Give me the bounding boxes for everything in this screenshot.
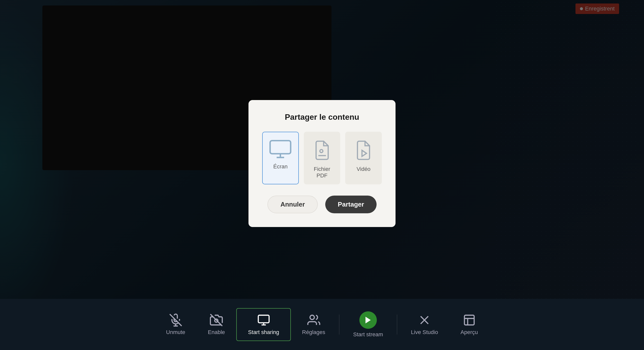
- live-studio-icon: [418, 313, 431, 326]
- modal-dialog: Partager le contenu Écran Fi: [248, 100, 396, 227]
- video-label: Vidéo: [357, 166, 370, 172]
- toolbar-item-enable[interactable]: Enable: [196, 308, 236, 340]
- start-stream-label: Start stream: [353, 331, 383, 338]
- modal-title: Partager le contenu: [262, 113, 382, 122]
- ecran-label: Écran: [274, 163, 288, 170]
- unmute-label: Unmute: [166, 329, 185, 335]
- modal-overlay: Partager le contenu Écran Fi: [0, 0, 644, 327]
- share-button[interactable]: Partager: [325, 196, 376, 213]
- cancel-button[interactable]: Annuler: [268, 196, 318, 213]
- toolbar-divider: [339, 314, 340, 334]
- play-icon: [364, 315, 372, 324]
- screen-share-icon: [257, 313, 270, 326]
- apercu-icon: [463, 313, 476, 326]
- screen-icon: [269, 140, 292, 158]
- svg-rect-13: [258, 315, 269, 322]
- toolbar-item-start-sharing[interactable]: Start sharing: [236, 308, 291, 341]
- option-ecran[interactable]: Écran: [262, 132, 299, 184]
- toolbar-item-unmute[interactable]: Unmute: [155, 308, 196, 340]
- svg-marker-7: [362, 150, 366, 156]
- toolbar-item-live-studio[interactable]: Live Studio: [400, 308, 449, 340]
- svg-point-16: [310, 315, 314, 319]
- pdf-icon: [313, 140, 332, 161]
- toolbar-item-start-stream[interactable]: Start stream: [342, 306, 394, 343]
- modal-buttons: Annuler Partager: [262, 196, 382, 213]
- option-pdf[interactable]: Fichier PDF: [304, 132, 340, 184]
- toolbar-item-reglages[interactable]: Réglages: [291, 308, 336, 340]
- options-row: Écran Fichier PDF Vidéo: [262, 132, 382, 184]
- svg-rect-3: [270, 140, 291, 154]
- pdf-label: Fichier PDF: [308, 166, 336, 179]
- camera-off-icon: [210, 313, 223, 326]
- svg-rect-20: [464, 315, 474, 325]
- video-file-icon: [354, 140, 373, 161]
- svg-marker-17: [365, 316, 370, 323]
- svg-line-11: [210, 314, 222, 326]
- toolbar-item-apercu[interactable]: Aperçu: [449, 308, 489, 340]
- live-studio-label: Live Studio: [411, 329, 438, 335]
- people-icon: [307, 313, 320, 326]
- toolbar-divider-2: [397, 314, 397, 334]
- option-video[interactable]: Vidéo: [345, 132, 382, 184]
- apercu-label: Aperçu: [460, 329, 478, 335]
- reglages-label: Réglages: [302, 329, 325, 335]
- start-sharing-label: Start sharing: [248, 329, 279, 335]
- enable-label: Enable: [208, 329, 225, 335]
- mic-off-icon: [169, 313, 182, 326]
- start-stream-circle: [360, 311, 377, 329]
- toolbar: Unmute Enable Start sharing Réglages: [0, 299, 644, 350]
